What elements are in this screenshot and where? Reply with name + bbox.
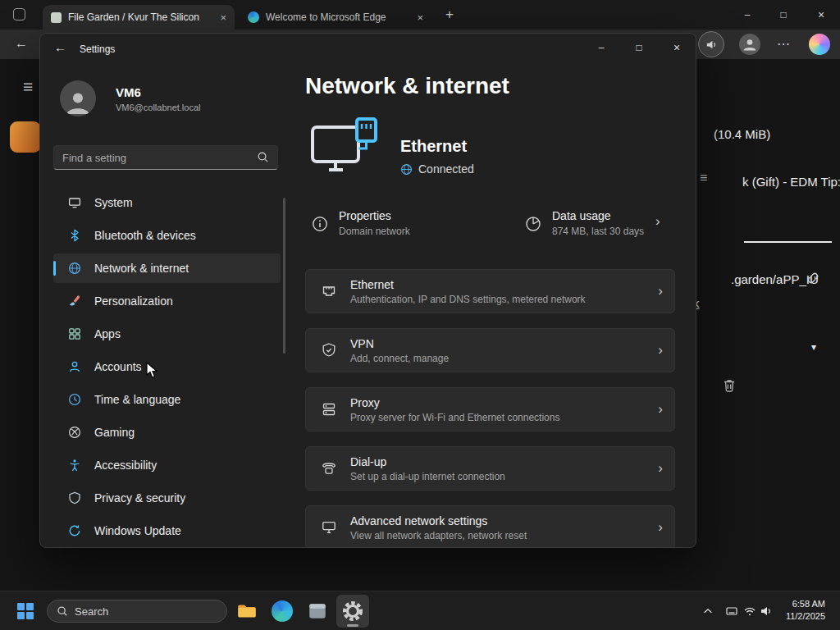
browser-close-button[interactable]: ×: [807, 2, 835, 27]
clock-date: 11/2/2025: [786, 610, 825, 623]
close-tab-icon[interactable]: ×: [417, 11, 423, 24]
network-settings-icon: [321, 519, 337, 536]
card-ethernet[interactable]: Ethernet Authentication, IP and DNS sett…: [305, 269, 675, 313]
card-subtitle: View all network adapters, network reset: [350, 530, 527, 541]
file-size-label: (10.4 MiB): [714, 127, 770, 141]
sidebar-item-label: Time & language: [94, 393, 180, 406]
divider-line: [744, 241, 832, 243]
new-tab-button[interactable]: +: [445, 7, 454, 23]
sidebar-item-label: Accessibility: [94, 459, 157, 472]
tray-keyboard-icon[interactable]: [725, 605, 738, 621]
page-hamburger-icon[interactable]: ≡: [23, 77, 33, 97]
sidebar-item-accessibility[interactable]: Accessibility: [53, 450, 281, 480]
app-window-icon[interactable]: [301, 595, 334, 628]
status-text: Connected: [418, 162, 474, 176]
close-tab-icon[interactable]: ×: [220, 11, 226, 24]
card-subtitle: Authentication, IP and DNS settings, met…: [350, 294, 586, 305]
sidebar-item-label: Accounts: [94, 360, 142, 373]
card-subtitle: Set up a dial-up internet connection: [350, 471, 505, 482]
sidebar-item-label: Bluetooth & devices: [94, 229, 196, 242]
chevron-right-icon: ›: [655, 213, 660, 230]
card-subtitle: Add, connect, manage: [350, 353, 449, 364]
tab-title: File Garden / Kvur The Silicon: [68, 11, 213, 23]
copilot-icon[interactable]: [809, 34, 830, 55]
sidebar-item-time-language[interactable]: Time & language: [53, 385, 281, 414]
update-icon: [68, 524, 81, 537]
file-title-label: k (Gift) - EDM Tip:: [742, 175, 840, 189]
sidebar-item-personalization[interactable]: Personalization: [53, 286, 281, 316]
dropdown-caret-icon[interactable]: ▾: [811, 341, 816, 353]
settings-close-button[interactable]: ×: [658, 34, 696, 62]
tray-wifi-icon[interactable]: [743, 605, 756, 621]
sidebar-item-gaming[interactable]: Gaming: [53, 418, 281, 447]
chevron-right-icon: ›: [658, 460, 663, 477]
sidebar-scrollbar[interactable]: [283, 198, 285, 354]
settings-gear-icon[interactable]: [336, 595, 369, 628]
accessibility-icon: [68, 459, 81, 472]
browser-back-icon[interactable]: ←: [15, 36, 28, 51]
read-aloud-button[interactable]: [698, 31, 724, 57]
settings-back-icon[interactable]: ←: [54, 40, 66, 54]
file-garden-favicon: [51, 12, 62, 23]
browser-maximize-button[interactable]: □: [769, 2, 797, 27]
sidebar-item-bluetooth[interactable]: Bluetooth & devices: [53, 221, 281, 250]
workspace-icon[interactable]: [13, 8, 25, 21]
xbox-icon: [68, 426, 81, 439]
data-usage-title: Data usage: [552, 209, 644, 222]
ethernet-hero-icon: [308, 117, 381, 189]
sidebar-item-label: Privacy & security: [94, 491, 185, 504]
sidebar-item-apps[interactable]: Apps: [53, 319, 281, 349]
globe-icon: [68, 262, 81, 275]
start-button[interactable]: [17, 603, 34, 619]
file-explorer-icon[interactable]: [231, 595, 263, 628]
data-usage-subtitle: 874 MB, last 30 days: [552, 226, 644, 237]
card-proxy[interactable]: Proxy Proxy server for Wi-Fi and Etherne…: [305, 387, 675, 431]
data-usage-block[interactable]: Data usage 874 MB, last 30 days: [552, 209, 644, 237]
edge-favicon: [248, 11, 259, 23]
chevron-right-icon: ›: [658, 283, 663, 299]
properties-block: Properties Domain network: [339, 209, 410, 237]
card-dialup[interactable]: Dial-up Set up a dial-up internet connec…: [305, 446, 675, 491]
chevron-right-icon: ›: [658, 342, 663, 358]
profile-avatar[interactable]: [739, 34, 760, 55]
info-icon: [312, 216, 328, 235]
sidebar-item-label: Gaming: [94, 426, 135, 439]
card-title: VPN: [350, 337, 449, 350]
person-icon: [742, 36, 758, 52]
sidebar-item-accounts[interactable]: Accounts: [53, 352, 281, 381]
edge-icon[interactable]: [266, 595, 299, 628]
trash-icon[interactable]: [721, 377, 737, 397]
sidebar-item-privacy[interactable]: Privacy & security: [53, 483, 281, 513]
taskbar: Search: [0, 591, 840, 630]
sidebar-item-windows-update[interactable]: Windows Update: [53, 516, 281, 546]
tray-chevron-up-icon[interactable]: [702, 605, 714, 620]
tray-volume-icon[interactable]: [760, 605, 773, 621]
sidebar-item-label: System: [94, 196, 133, 209]
search-icon: [57, 605, 68, 617]
browser-more-icon[interactable]: ⋯: [777, 36, 790, 52]
settings-maximize-button[interactable]: □: [620, 34, 658, 62]
connection-status: Connected: [400, 162, 474, 176]
taskbar-clock[interactable]: 6:58 AM 11/2/2025: [786, 598, 825, 623]
phone-icon: [321, 460, 337, 477]
browser-tab-active[interactable]: File Garden / Kvur The Silicon ×: [43, 5, 235, 30]
search-input[interactable]: [53, 145, 278, 170]
taskbar-search[interactable]: Search: [47, 600, 227, 623]
card-subtitle: Proxy server for Wi-Fi and Ethernet conn…: [350, 412, 559, 423]
sidebar-item-system[interactable]: System: [53, 188, 281, 217]
card-advanced-network[interactable]: Advanced network settings View all netwo…: [305, 505, 675, 548]
settings-card-list: Ethernet Authentication, IP and DNS sett…: [305, 269, 675, 548]
sidebar-item-label: Windows Update: [94, 524, 181, 537]
card-vpn[interactable]: VPN Add, connect, manage ›: [305, 328, 675, 372]
card-title: Dial-up: [350, 455, 505, 468]
browser-tab-inactive[interactable]: Welcome to Microsoft Edge ×: [240, 5, 431, 30]
user-avatar[interactable]: [60, 80, 96, 116]
site-logo: [10, 121, 41, 153]
settings-minimize-button[interactable]: –: [582, 34, 620, 62]
list-hamburger-icon[interactable]: ≡: [700, 171, 707, 185]
sidebar-item-network[interactable]: Network & internet: [53, 253, 281, 283]
browser-minimize-button[interactable]: –: [733, 2, 761, 27]
taskbar-search-label: Search: [75, 605, 108, 618]
link-icon[interactable]: [806, 271, 820, 289]
user-email: VM6@collabnet.local: [116, 103, 201, 112]
